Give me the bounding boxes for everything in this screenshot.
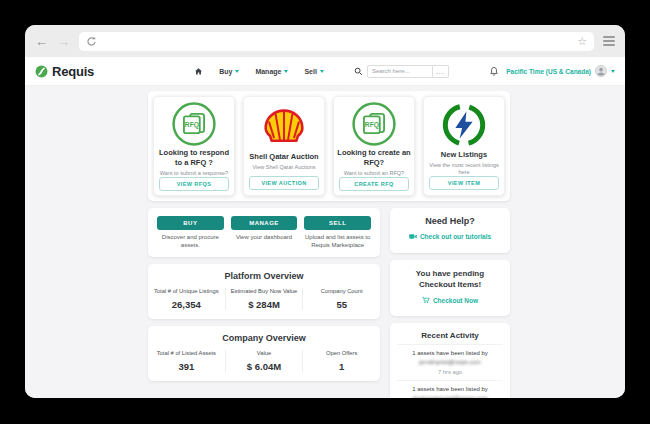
stat-listed-assets: Total # of Listed Assets 391	[148, 350, 225, 372]
video-icon	[409, 233, 417, 240]
action-sell: SELL Upload and list assets to Requis Ma…	[304, 216, 371, 249]
svg-text:RFQ: RFQ	[365, 121, 379, 129]
panel-title: Recent Activity	[397, 331, 503, 340]
promo-cards-panel: RFQ Looking to respond to a RFQ ? Want t…	[148, 91, 510, 201]
quick-actions-panel: BUY Discover and procure assets. MANAGE …	[148, 208, 380, 257]
card-title: Shell Qatar Auction	[249, 152, 318, 162]
chevron-down-icon	[284, 70, 288, 73]
requis-logo-icon	[35, 65, 48, 78]
activity-item: 1 assets have been listed by amanspaceur…	[397, 380, 503, 398]
card-respond-rfq: RFQ Looking to respond to a RFQ ? Want t…	[153, 96, 235, 196]
card-subtitle: View the most recent listings here	[427, 162, 501, 176]
card-title: Looking to respond to a RFQ ?	[157, 148, 231, 168]
chevron-down-icon	[235, 70, 239, 73]
card-title: Looking to create an RFQ?	[337, 148, 411, 168]
search-options-button[interactable]: ...	[433, 65, 449, 78]
refresh-icon[interactable]	[86, 36, 97, 47]
search-area: ...	[354, 65, 449, 78]
search-input[interactable]	[367, 65, 433, 78]
stat-open-offers: Open Offers 1	[302, 350, 380, 372]
redacted-email: amanspaceurel@requs.com	[397, 394, 503, 398]
notifications-bell-icon[interactable]	[489, 66, 499, 77]
checkout-message: You have pending Checkout Items!	[396, 268, 504, 290]
browser-menu-icon[interactable]	[603, 36, 615, 46]
stat-value: Value $ 6.04M	[225, 350, 303, 372]
main-nav: Buy Manage Sell	[194, 67, 324, 76]
lightning-icon	[441, 101, 487, 149]
chevron-down-icon	[320, 70, 324, 73]
url-input[interactable]	[103, 37, 571, 46]
view-item-button[interactable]: VIEW ITEM	[429, 176, 499, 190]
card-new-listings: New Listings View the most recent listin…	[423, 96, 505, 196]
card-subtitle: View Shell Qatar Auctions	[252, 164, 315, 171]
card-title: New Listings	[441, 150, 487, 160]
dashboard-content: RFQ Looking to respond to a RFQ ? Want t…	[25, 86, 625, 398]
manage-button[interactable]: MANAGE	[231, 216, 298, 230]
company-overview-panel: Company Overview Total # of Listed Asset…	[148, 326, 380, 381]
stat-unique-listings: Total # of Unique Listings 26,354	[148, 288, 225, 310]
svg-text:RFQ: RFQ	[185, 121, 199, 129]
redacted-email: jemdinpriet@reqis.com	[397, 358, 503, 367]
stat-company-count: Company Count 55	[302, 288, 380, 310]
back-icon[interactable]: ←	[35, 35, 48, 48]
search-icon	[354, 67, 363, 76]
action-buy: BUY Discover and procure assets.	[157, 216, 224, 249]
recent-activity-panel: Recent Activity 1 assets have been liste…	[390, 323, 510, 398]
sell-button[interactable]: SELL	[304, 216, 371, 230]
stat-buy-now-value: Estimated Buy Now Value $ 284M	[225, 288, 303, 310]
card-create-rfq: RFQ Looking to create an RFQ? Want to su…	[333, 96, 415, 196]
panel-title: Need Help?	[396, 216, 504, 226]
view-rfqs-button[interactable]: VIEW RFQS	[159, 177, 229, 191]
need-help-panel: Need Help? Check out our tutorials	[390, 208, 510, 253]
sell-description: Upload and list assets to Requis Marketp…	[304, 233, 371, 249]
action-manage: MANAGE View your dashboard	[231, 216, 298, 249]
cart-icon	[422, 296, 430, 304]
pending-checkout-panel: You have pending Checkout Items! Checkou…	[390, 260, 510, 316]
card-subtitle: Want to submit an RFQ?	[344, 170, 404, 177]
requis-logo[interactable]: Requis	[35, 64, 94, 79]
timezone-label: Pacific Time (US & Canada)	[506, 68, 591, 75]
app-header: Requis Buy Manage Sell ...	[25, 57, 625, 86]
user-menu[interactable]: Pacific Time (US & Canada)	[506, 65, 615, 77]
browser-window: ← → ☆ Requis Buy Manage Sell	[25, 25, 625, 398]
shell-logo	[262, 101, 306, 151]
panel-title: Company Overview	[148, 333, 380, 343]
rfq-icon: RFQ	[171, 101, 217, 147]
nav-sell[interactable]: Sell	[304, 68, 323, 75]
platform-overview-panel: Platform Overview Total # of Unique List…	[148, 264, 380, 319]
buy-button[interactable]: BUY	[157, 216, 224, 230]
panel-title: Platform Overview	[148, 271, 380, 281]
checkout-now-link[interactable]: Checkout Now	[422, 296, 478, 304]
nav-manage[interactable]: Manage	[255, 68, 288, 75]
home-icon[interactable]	[194, 67, 203, 76]
activity-item: 1 assets have been listed by jemdinpriet…	[397, 344, 503, 380]
activity-time: 7 hrs ago	[397, 369, 503, 375]
chevron-down-icon	[611, 70, 615, 73]
create-rfq-button[interactable]: CREATE RFQ	[339, 177, 409, 191]
avatar	[595, 65, 607, 77]
bookmark-star-icon[interactable]: ☆	[577, 36, 587, 47]
address-bar[interactable]: ☆	[79, 32, 594, 51]
brand-name: Requis	[52, 64, 94, 79]
nav-buy[interactable]: Buy	[219, 68, 239, 75]
card-subtitle: Want to submit a response?	[160, 170, 228, 177]
manage-description: View your dashboard	[236, 233, 292, 241]
view-auction-button[interactable]: VIEW AUCTION	[249, 176, 319, 190]
buy-description: Discover and procure assets.	[157, 233, 224, 249]
forward-icon[interactable]: →	[57, 35, 70, 48]
rfq-icon: RFQ	[351, 101, 397, 147]
browser-chrome: ← → ☆	[25, 25, 625, 57]
card-shell-auction: Shell Qatar Auction View Shell Qatar Auc…	[243, 96, 325, 196]
tutorials-link[interactable]: Check out our tutorials	[409, 233, 491, 240]
